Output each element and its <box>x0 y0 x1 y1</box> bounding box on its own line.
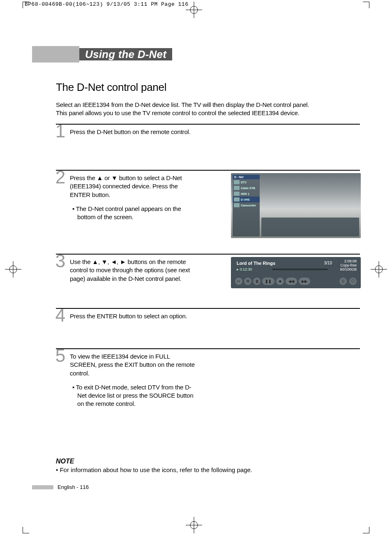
section-heading: The D-Net control panel <box>56 81 360 93</box>
chapter-title-bar: Using the D-Net <box>32 46 360 63</box>
step-number: 5 <box>53 347 67 365</box>
record-icon: ⦿ <box>244 278 251 285</box>
rewind-icon: ◀◀ <box>286 278 297 285</box>
step-number: 4 <box>53 306 67 324</box>
note-block: NOTE • For information about how to use … <box>56 458 360 474</box>
step-2: 2 Press the ▲ or ▼ button to select a D-… <box>56 170 360 254</box>
chapter-title: Using the D-Net <box>79 48 172 60</box>
delete-icon: 🗑 <box>253 278 261 285</box>
screenshot-dnet-list: D - Net DTV Cable STB HDD 1 D-VHS Camcor… <box>231 173 361 238</box>
step-5: 5 To view the IEEE1394 device in FULL SC… <box>56 348 360 422</box>
registration-mark-top <box>186 2 202 18</box>
page-footer: English - 116 <box>32 484 89 490</box>
pause-icon: ❚❚ <box>262 278 274 285</box>
note-text: • For information about how to use the i… <box>56 466 360 474</box>
screenshot-control-panel: Lord of The Rings 3/10 2:08:08Copy-free6… <box>231 257 361 288</box>
step-text: Press the D-Net button on the remote con… <box>70 128 197 136</box>
step-number: 2 <box>53 168 67 186</box>
step-3: 3 Use the ▲, ▼, ◄, ► buttons on the remo… <box>56 254 360 308</box>
step-text: Use the ▲, ▼, ◄, ► buttons on the remote… <box>70 258 197 283</box>
info-icon: ⓘ <box>349 278 357 285</box>
step-4: 4 Press the ENTER button to select an op… <box>56 308 360 348</box>
step-subtext: • To exit D-Net mode, select DTV from th… <box>70 383 197 408</box>
print-header: BP68-00469B-00(106~123) 9/13/05 3:11 PM … <box>25 2 188 7</box>
device-icon: ⌸ <box>339 278 347 285</box>
step-text: To view the IEEE1394 device in FULL SCRE… <box>70 352 197 378</box>
step-number: 3 <box>53 252 67 270</box>
forward-icon: ▶▶ <box>299 278 310 285</box>
stop-icon: ■ <box>276 278 284 285</box>
step-number: 1 <box>53 122 67 140</box>
intro-text: Select an IEEE1394 from the D-Net device… <box>56 101 344 118</box>
note-label: NOTE <box>56 458 360 465</box>
step-subtext: • The D-Net control panel appears on the… <box>70 205 197 222</box>
registration-mark-right <box>371 261 387 278</box>
registration-mark-left <box>5 261 21 278</box>
registration-mark-bottom <box>186 517 202 533</box>
step-text: Press the ▲ or ▼ button to select a D-Ne… <box>70 174 197 199</box>
step-1: 1 Press the D-Net button on the remote c… <box>56 124 360 170</box>
step-text: Press the ENTER button to select an opti… <box>70 312 197 320</box>
back-icon: ↩ <box>235 278 242 285</box>
